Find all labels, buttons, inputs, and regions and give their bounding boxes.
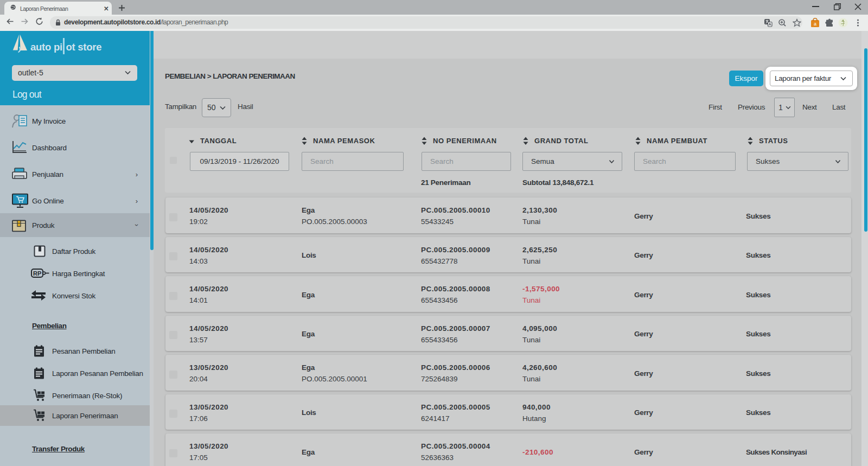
svg-text:RP: RP	[33, 270, 41, 276]
